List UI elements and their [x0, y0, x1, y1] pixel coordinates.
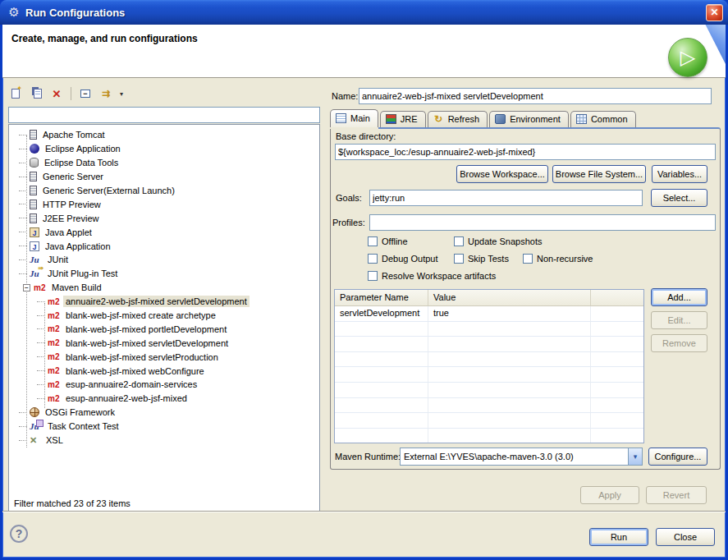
apply-button[interactable]: Apply: [580, 486, 639, 504]
empty-table-row: [335, 429, 643, 443]
tree-item-generic-server[interactable]: Generic Server: [11, 170, 318, 184]
tree-connector: [37, 356, 45, 357]
profiles-label: Profiles:: [332, 218, 365, 227]
collapse-all-icon: −: [80, 90, 90, 98]
revert-button[interactable]: Revert: [646, 486, 707, 504]
checkbox-icon[interactable]: [368, 254, 378, 264]
server-icon: [30, 130, 37, 140]
tree-connector: [19, 259, 27, 260]
debug-output-checkbox[interactable]: Debug Output: [368, 254, 438, 264]
edit-parameter-button[interactable]: Edit...: [651, 311, 707, 329]
variables-button[interactable]: Variables...: [652, 165, 707, 183]
tree-item-eclipse-data-tools[interactable]: Eclipse Data Tools: [11, 156, 318, 170]
help-button[interactable]: ?: [10, 525, 28, 543]
tree-item-java-applet[interactable]: Java Applet: [11, 225, 318, 239]
empty-cell: [335, 352, 428, 367]
empty-cell: [428, 398, 591, 413]
checkbox-icon[interactable]: [523, 254, 533, 264]
tree-item-junit[interactable]: JUnit: [11, 253, 318, 267]
configurations-tree-panel: Apache TomcatEclipse ApplicationEclipse …: [8, 124, 320, 512]
empty-cell: [591, 337, 643, 351]
offline-checkbox[interactable]: Offline: [368, 236, 408, 246]
tree-item-esup-annuaire2-web-jsf-mixed[interactable]: esup-annuaire2-web-jsf-mixed: [11, 392, 318, 406]
tree-item-annuaire2-web-jsf-mixed-servletdevelopment[interactable]: annuaire2-web-jsf-mixed servletDevelopme…: [11, 295, 318, 309]
maven-runtime-combo[interactable]: External E:\YVES\apache-maven-3.0 (3.0) …: [400, 448, 643, 466]
filter-input[interactable]: [8, 107, 320, 123]
update-snapshots-checkbox[interactable]: Update Snapshots: [454, 236, 543, 246]
empty-cell: [335, 322, 428, 337]
resolve-workspace-artifacts-checkbox[interactable]: Resolve Workspace artifacts: [368, 271, 496, 281]
browse-workspace-button[interactable]: Browse Workspace...: [456, 165, 548, 183]
tree-connector: [19, 190, 27, 191]
tree-item-maven-build[interactable]: −Maven Build: [11, 281, 318, 295]
titlebar[interactable]: ⚙ Run Configurations ✕: [0, 0, 728, 25]
checkbox-icon[interactable]: [454, 254, 464, 264]
chevron-down-icon[interactable]: ▾: [628, 448, 642, 465]
checkbox-icon[interactable]: [454, 236, 464, 246]
tree-connector: [37, 398, 45, 399]
tree-item-eclipse-application[interactable]: Eclipse Application: [11, 142, 318, 156]
tree-item-http-preview[interactable]: HTTP Preview: [11, 197, 318, 211]
checkbox-icon[interactable]: [368, 236, 378, 246]
tab-label: JRE: [401, 114, 418, 124]
tree-connector: [37, 328, 45, 329]
tree-item-generic-server-external-launch-[interactable]: Generic Server(External Launch): [11, 184, 318, 198]
new-configuration-button[interactable]: [7, 85, 25, 102]
empty-cell: [591, 413, 643, 428]
tree-item-blank-web-jsf-mixed-webconfigure[interactable]: blank-web-jsf-mixed webConfigure: [11, 364, 318, 378]
tree-item-blank-web-jsf-mixed-servletproduction[interactable]: blank-web-jsf-mixed servletProduction: [11, 350, 318, 364]
remove-parameter-button[interactable]: Remove: [651, 334, 707, 352]
name-input[interactable]: [359, 88, 712, 104]
tree-item-blank-web-jsf-mixed-portletdevelopment[interactable]: blank-web-jsf-mixed portletDevelopment: [11, 322, 318, 336]
tree-item-blank-web-jsf-mixed-create-archetype[interactable]: blank-web-jsf-mixed create archetype: [11, 309, 318, 323]
tree-item-task-context-test[interactable]: Task Context Test: [11, 420, 318, 434]
tree-connector: [37, 342, 45, 343]
delete-configuration-button[interactable]: ✕: [48, 85, 66, 102]
tab-common[interactable]: Common: [570, 111, 636, 127]
column-header-value[interactable]: Value: [428, 290, 591, 305]
filter-launch-configurations-button[interactable]: ⇉: [97, 85, 115, 102]
browse-file-system-button[interactable]: Browse File System...: [552, 165, 646, 183]
tree-item-esup-annuaire2-domain-services[interactable]: esup-annuaire2-domain-services: [11, 378, 318, 392]
base-directory-input[interactable]: [335, 144, 716, 160]
collapse-expander-icon[interactable]: −: [23, 284, 30, 291]
tree-item-java-application[interactable]: Java Application: [11, 239, 318, 253]
server-icon: [30, 213, 37, 223]
close-window-button[interactable]: ✕: [706, 4, 723, 21]
filter-menu-arrow-icon[interactable]: ▾: [117, 85, 126, 102]
m2-icon: [48, 393, 60, 404]
tab-refresh[interactable]: Refresh: [428, 111, 488, 127]
close-button[interactable]: Close: [656, 528, 715, 546]
empty-table-row: [335, 322, 643, 337]
tab-environment[interactable]: Environment: [489, 111, 569, 127]
table-row[interactable]: servletDevelopment true: [335, 306, 643, 322]
tree-item-j2ee-preview[interactable]: J2EE Preview: [11, 211, 318, 225]
non-recursive-checkbox[interactable]: Non-recursive: [523, 254, 593, 264]
tree-item-label: Eclipse Application: [43, 143, 123, 154]
tab-jre[interactable]: JRE: [380, 111, 426, 127]
duplicate-configuration-button[interactable]: [27, 85, 45, 102]
configure-maven-button[interactable]: Configure...: [648, 448, 707, 466]
goals-input[interactable]: [369, 190, 643, 206]
tree-item-apache-tomcat[interactable]: Apache Tomcat: [11, 128, 318, 142]
add-parameter-button[interactable]: Add...: [651, 288, 707, 306]
maven-runtime-value: External E:\YVES\apache-maven-3.0 (3.0): [401, 452, 628, 461]
tree-item-label: blank-web-jsf-mixed servletDevelopment: [63, 337, 231, 349]
column-header-parameter-name[interactable]: Parameter Name: [335, 290, 428, 305]
tree-item-xsl[interactable]: XSL: [11, 434, 318, 448]
tree-connector: [19, 135, 27, 135]
checkbox-label: Resolve Workspace artifacts: [382, 271, 496, 281]
tree-item-blank-web-jsf-mixed-servletdevelopment[interactable]: blank-web-jsf-mixed servletDevelopment: [11, 336, 318, 350]
tree-item-osgi-framework[interactable]: OSGi Framework: [11, 406, 318, 420]
select-goals-button[interactable]: Select...: [651, 189, 707, 207]
tree-item-junit-plug-in-test[interactable]: JUnit Plug-in Test: [11, 267, 318, 281]
collapse-all-button[interactable]: −: [76, 85, 94, 102]
column-header-empty[interactable]: [591, 290, 643, 305]
profiles-input[interactable]: [369, 214, 716, 231]
tab-main[interactable]: Main: [330, 109, 378, 127]
checkbox-icon[interactable]: [368, 271, 378, 281]
run-button[interactable]: Run: [589, 528, 648, 546]
empty-cell: [591, 367, 643, 382]
empty-cell: [591, 398, 643, 413]
skip-tests-checkbox[interactable]: Skip Tests: [454, 254, 509, 264]
